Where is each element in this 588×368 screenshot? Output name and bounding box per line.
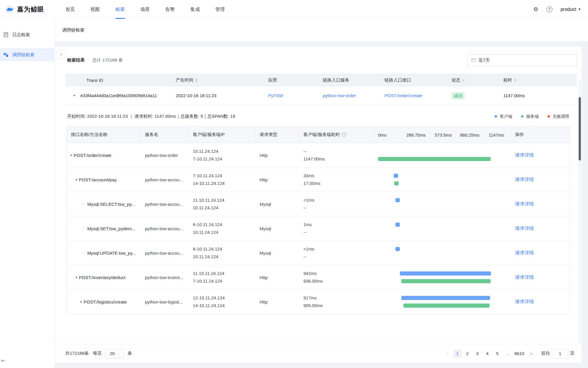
page-button-3[interactable]: 3 [473, 349, 482, 358]
span-timeline [374, 143, 511, 167]
client-ip: 7-10.11.24.124 [193, 172, 255, 180]
info-icon[interactable]: ? [342, 132, 346, 137]
request-detail-link[interactable]: 请求详情 [515, 152, 534, 158]
sidebar-item-label: 调用链检索 [12, 52, 34, 58]
span-name: POST:/logistics/create [84, 299, 127, 304]
request-type: Mysql [255, 202, 299, 207]
next-page-button[interactable]: › [527, 349, 535, 358]
request-detail-link[interactable]: 请求详情 [515, 299, 534, 304]
sidebar-item-label: 日志检索 [12, 32, 30, 38]
client-span-bar[interactable] [400, 271, 491, 276]
span-table-header: 接口名称/方法名称 服务名 客户端/服务端IP 请求类型 客户端/服务端耗时? … [67, 127, 569, 143]
date-range-picker[interactable]: 近7天 [467, 54, 577, 66]
server-duration: 905.00ms [303, 302, 374, 309]
trace-table: Trace ID 产生时间 应用 链路入口服务 链路入口接口 状态 耗时 ▾ e… [65, 74, 577, 105]
span-collapse-caret-icon[interactable]: ▾ [70, 154, 72, 157]
sidebar-collapse-icon[interactable]: ⇤ [1, 357, 6, 364]
settings-gear-icon[interactable]: ⚙ [533, 6, 538, 12]
page-button-4[interactable]: 4 [483, 349, 492, 358]
span-legend: 客户端 服务端 失败调用 [495, 114, 569, 119]
trace-duration: 1147.00ms [501, 93, 574, 98]
client-span-bar[interactable] [395, 198, 400, 202]
trace-entry-service-link[interactable]: python-tsw-order [323, 93, 356, 98]
client-span-bar[interactable] [395, 223, 400, 227]
results-total-count: 总计 172188 条 [92, 57, 123, 63]
page-size-value: 20 [110, 351, 115, 356]
nav-item-scenes[interactable]: 场景 [133, 0, 158, 19]
request-detail-link[interactable]: 请求详情 [515, 250, 534, 255]
client-span-bar[interactable] [401, 296, 490, 300]
axis-tick: 860.25ms [460, 132, 480, 137]
client-duration: 1ms [303, 221, 374, 228]
page-button-last[interactable]: 8610 [513, 349, 525, 358]
server-span-bar[interactable] [394, 181, 399, 185]
request-type: Http [255, 177, 299, 182]
goto-label: 前往 [541, 351, 550, 356]
col-span-name: 接口名称/方法名称 [67, 127, 141, 143]
prev-page-button[interactable]: ‹ [443, 349, 452, 358]
server-ip: 14-10.11.24.124 [193, 302, 255, 309]
trace-link-icon [3, 52, 9, 58]
help-icon[interactable]: ? [547, 6, 552, 12]
trace-meta-bar: 开始时间: 2022-10-16 18:11:23 ｜ 请求耗时: 1147.0… [67, 114, 569, 119]
client-span-bar[interactable] [395, 247, 400, 251]
nav-item-admin[interactable]: 管理 [208, 0, 233, 19]
server-duration: 17.00ms [303, 180, 374, 187]
col-duration: 耗时 [501, 77, 574, 83]
client-ip: 6-10.11.24.124 [193, 245, 255, 253]
row-collapse-caret-icon[interactable]: ▾ [74, 94, 75, 97]
span-timeline [374, 192, 511, 216]
trace-app-link[interactable]: PyTSW [268, 93, 283, 98]
span-collapse-caret-icon[interactable]: ▾ [76, 178, 77, 181]
sidebar-item-trace-search[interactable]: 调用链检索 [0, 48, 54, 61]
nav-item-alerts[interactable]: 告警 [158, 0, 183, 19]
filter-icon[interactable] [462, 79, 465, 82]
trace-time: 2022-10-16 18:11:23 [173, 93, 266, 98]
span-name: POST:/account/pay [79, 177, 117, 182]
brand-logo-icon [5, 5, 14, 14]
nav-item-search[interactable]: 检索 [108, 0, 133, 19]
page-ellipsis: ... [503, 349, 512, 358]
request-detail-link[interactable]: 请求详情 [515, 275, 534, 280]
sort-icon[interactable] [514, 79, 516, 82]
request-detail-link[interactable]: 请求详情 [515, 201, 534, 206]
page-button-2[interactable]: 2 [463, 349, 472, 358]
goto-unit: 页 [570, 351, 574, 356]
client-duration: <1ms [303, 196, 374, 204]
server-ip: 10.11.24.124 [193, 204, 255, 212]
brand[interactable]: 嘉为鲸眼 [0, 5, 52, 14]
span-collapse-caret-icon[interactable]: ▾ [76, 276, 77, 279]
user-menu[interactable]: product ▼ [561, 7, 581, 12]
span-service: python-tsw-accou... [141, 177, 189, 182]
scrollbar-thumb[interactable] [579, 97, 581, 160]
server-span-bar[interactable] [378, 157, 491, 161]
request-detail-link[interactable]: 请求详情 [515, 177, 534, 182]
server-span-bar[interactable] [403, 304, 490, 308]
request-type: Http [255, 153, 299, 158]
page-size-select[interactable]: 20 ⌄ [106, 349, 123, 358]
page-button-5[interactable]: 5 [493, 349, 502, 358]
sort-icon[interactable] [195, 79, 198, 82]
trace-entry-api-link[interactable]: POST:/order/create [385, 93, 422, 98]
trace-row[interactable]: ▾ e33f4a444d3a11ed89a1005056814a11 2022-… [65, 87, 577, 105]
page-button-1[interactable]: 1 [453, 349, 462, 358]
client-dot-icon [495, 115, 497, 118]
span-row: Mysql:SELECT:tsw_py... python-tsw-accou.… [67, 192, 569, 216]
nav-item-integrations[interactable]: 集成 [183, 0, 208, 19]
panel-expand-chevron-button[interactable]: › [56, 49, 66, 59]
nav-item-home[interactable]: 首页 [58, 0, 83, 19]
trace-table-header: Trace ID 产生时间 应用 链路入口服务 链路入口接口 状态 耗时 [65, 74, 577, 87]
server-span-bar[interactable] [401, 279, 491, 283]
sidebar-item-log-search[interactable]: 日志检索 [0, 28, 54, 41]
status-badge: 成功 [452, 92, 465, 99]
nav-item-views[interactable]: 视图 [83, 0, 108, 19]
goto-page-input[interactable] [552, 349, 568, 358]
request-detail-link[interactable]: 请求详情 [515, 226, 534, 231]
per-page-label: 每页 [93, 351, 102, 356]
client-span-bar[interactable] [394, 174, 398, 178]
pagination-bar: 共172188条 每页 20 ⌄ 条 ‹ 1 2 3 4 5 ... 8610 … [55, 344, 582, 363]
results-header: 检索结果 总计 172188 条 近7天 [67, 54, 577, 66]
span-collapse-caret-icon[interactable]: ▾ [80, 300, 82, 304]
span-service: python-tsw-logisti... [141, 299, 189, 304]
legend-server: 服务端 [521, 114, 539, 119]
